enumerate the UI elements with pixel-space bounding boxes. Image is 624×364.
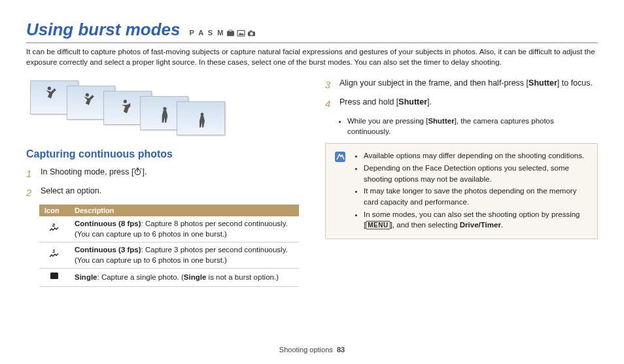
svg-rect-1 <box>230 29 233 31</box>
table-row: 3 Continuous (3 fps): Capture 3 photos p… <box>39 242 299 269</box>
svg-rect-16 <box>335 152 345 162</box>
list-item: While you are pressing [Shutter], the ca… <box>347 116 598 137</box>
step-1-post: ]. <box>142 167 147 176</box>
r3-text: : Capture a single photo. ( <box>97 273 184 281</box>
r2-bold: Continuous (3 fps) <box>75 246 141 254</box>
table-row: 8 Continuous (8 fps): Capture 8 photos p… <box>39 216 299 242</box>
note-box: Available options may differ depending o… <box>325 143 598 239</box>
page-footer: Shooting options 83 <box>0 346 624 354</box>
svg-rect-12 <box>137 168 139 169</box>
table-header-row: Icon Description <box>39 205 299 216</box>
footer-section: Shooting options <box>279 346 333 354</box>
sub-bold: Shutter <box>428 117 454 125</box>
r3-bold: Single <box>75 273 97 281</box>
smart-mode-icon <box>226 29 235 37</box>
n4-post: . <box>501 221 503 229</box>
icon-3fps: 3 <box>39 242 69 269</box>
menu-button-label: MENU <box>366 221 390 229</box>
table-row: Single: Capture a single photo. (Single … <box>39 269 299 287</box>
step-4-sublist: While you are pressing [Shutter], the ca… <box>325 116 598 137</box>
note-list: Available options may differ depending o… <box>353 150 589 232</box>
drive-timer-icon <box>133 167 142 176</box>
step-1: 1 In Shooting mode, press []. <box>26 167 299 180</box>
page-title: Using burst modes <box>26 20 180 40</box>
desc-3fps: Continuous (3 fps): Capture 3 photos per… <box>69 242 299 269</box>
title-row: Using burst modes P A S M <box>26 20 598 40</box>
s4-bold: Shutter <box>398 97 427 107</box>
svg-rect-15 <box>50 273 58 279</box>
step-2: 2 Select an option. <box>26 186 299 199</box>
step-text: In Shooting mode, press []. <box>41 167 299 180</box>
note-icon <box>334 150 347 163</box>
svg-point-7 <box>86 93 89 97</box>
n4-mid: ], and then selecting <box>390 221 460 229</box>
s4-pre: Press and hold [ <box>339 97 398 107</box>
title-divider <box>26 42 598 43</box>
step-number: 3 <box>325 78 333 91</box>
step-text: Align your subject in the frame, and the… <box>339 78 598 91</box>
s3-post: ] to focus. <box>557 78 593 88</box>
list-item: Available options may differ depending o… <box>364 150 589 161</box>
list-item: It may take longer to save the photos de… <box>364 186 589 207</box>
icon-single <box>39 269 69 287</box>
step-text: Select an option. <box>41 186 299 199</box>
step-1-pre: In Shooting mode, press [ <box>41 167 133 176</box>
list-item: In some modes, you can also set the shoo… <box>364 209 589 231</box>
section-subtitle: Capturing continuous photos <box>26 148 299 160</box>
s3-pre: Align your subject in the frame, and the… <box>339 78 529 88</box>
list-item: Depending on the Face Detection options … <box>364 163 589 184</box>
sub-pre: While you are pressing [ <box>347 117 428 125</box>
left-column: Capturing continuous photos 1 In Shootin… <box>26 78 299 287</box>
desc-8fps: Continuous (8 fps): Capture 8 photos per… <box>69 216 299 242</box>
svg-point-10 <box>201 113 204 116</box>
camera-mode-icon <box>247 29 256 37</box>
svg-text:3: 3 <box>52 249 55 254</box>
step-number: 1 <box>26 167 34 180</box>
r3-bold2: Single <box>184 273 207 281</box>
n4-bold: Drive/Timer <box>460 221 501 229</box>
scene-mode-icon <box>237 29 245 37</box>
svg-rect-2 <box>237 30 245 36</box>
footer-page-number: 83 <box>337 346 345 354</box>
right-column: 3 Align your subject in the frame, and t… <box>325 78 598 287</box>
step-4: 4 Press and hold [Shutter]. <box>325 97 598 110</box>
r3-text2: is not a burst option.) <box>206 273 279 281</box>
mode-indicators: P A S M <box>189 29 256 37</box>
s3-bold: Shutter <box>529 78 557 88</box>
manual-page: Using burst modes P A S M It can be diff… <box>0 0 624 364</box>
options-table: Icon Description 8 Continuous (8 fps): C… <box>39 205 299 287</box>
thumb-5 <box>177 101 225 135</box>
th-desc: Description <box>69 205 299 216</box>
icon-8fps: 8 <box>39 216 69 242</box>
step-text: Press and hold [Shutter]. <box>339 97 598 110</box>
svg-point-4 <box>251 32 254 35</box>
desc-single: Single: Capture a single photo. (Single … <box>69 269 299 287</box>
svg-point-6 <box>48 87 51 90</box>
s4-post: ]. <box>427 97 432 107</box>
step-number: 4 <box>325 97 333 110</box>
mode-letters: P A S M <box>189 29 224 37</box>
step-number: 2 <box>26 186 34 199</box>
th-icon: Icon <box>39 205 69 216</box>
burst-illustration <box>30 80 299 135</box>
step-3: 3 Align your subject in the frame, and t… <box>325 78 598 91</box>
r1-bold: Continuous (8 fps) <box>75 220 141 227</box>
svg-rect-5 <box>251 30 252 31</box>
svg-point-8 <box>124 100 127 103</box>
svg-text:8: 8 <box>52 223 55 227</box>
intro-paragraph: It can be difficult to capture photos of… <box>26 47 598 67</box>
svg-point-9 <box>163 107 166 110</box>
